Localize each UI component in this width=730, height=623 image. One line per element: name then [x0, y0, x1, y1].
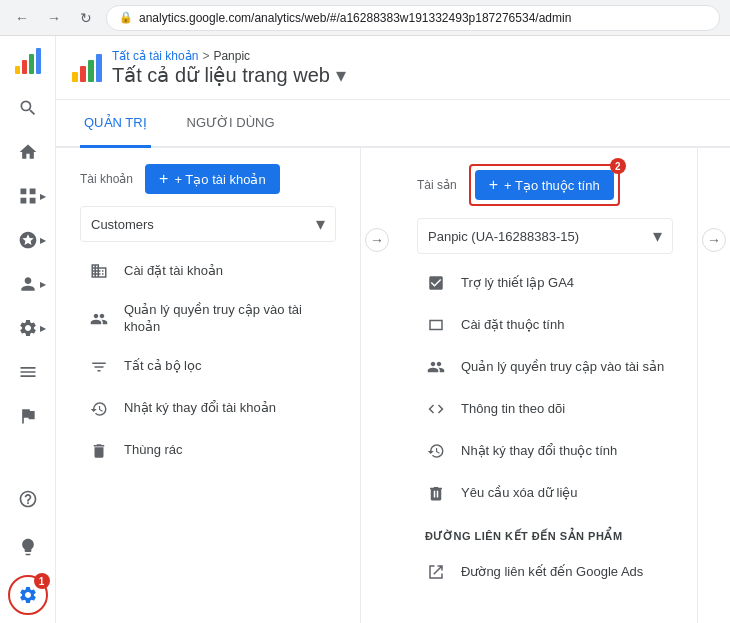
divider-arrow-2: → — [702, 228, 726, 252]
analytics-logo — [12, 44, 44, 76]
property-create-highlighted: + + Tạo thuộc tính 2 — [469, 164, 620, 206]
property-column: Tài sản + + Tạo thuộc tính 2 Panpic (UA-… — [393, 148, 698, 623]
address-bar[interactable]: 🔒 analytics.google.com/analytics/web/#/a… — [106, 5, 720, 31]
account-dropdown-arrow: ▾ — [316, 213, 325, 235]
divider-arrow: → — [365, 228, 389, 252]
tab-users[interactable]: NGƯỜI DÙNG — [183, 100, 279, 148]
gear-badge: 1 — [34, 573, 50, 589]
account-menu-trash[interactable]: Thùng rác — [80, 430, 336, 472]
account-column: Tài khoản + + Tạo tài khoản Customers ▾ — [56, 148, 361, 623]
browser-chrome: ← → ↻ 🔒 analytics.google.com/analytics/w… — [0, 0, 730, 36]
create-account-button[interactable]: + + Tạo tài khoản — [145, 164, 280, 194]
property-changelog-icon — [425, 440, 447, 462]
account-property-divider: → — [361, 148, 393, 623]
account-menu-changelog[interactable]: Nhật ký thay đổi tài khoản — [80, 388, 336, 430]
property-changelog-text: Nhật ký thay đổi thuộc tính — [461, 443, 617, 460]
delete-data-icon — [425, 482, 447, 504]
account-menu-access[interactable]: Quản lý quyền truy cập vào tài khoản — [80, 292, 336, 346]
access-icon — [88, 308, 110, 330]
sidebar-user[interactable]: ▶ — [8, 264, 48, 304]
sidebar-configure[interactable]: ▶ — [8, 308, 48, 348]
app-container: ▶ ▶ ▶ ▶ 1 — [0, 36, 730, 623]
sidebar-reports[interactable]: ▶ — [8, 176, 48, 216]
property-menu-list: Trợ lý thiết lập GA4 Cài đặt thuộc tính … — [417, 262, 673, 514]
account-menu-settings[interactable]: Cài đặt tài khoản — [80, 250, 336, 292]
sidebar-realtime[interactable]: ▶ — [8, 220, 48, 260]
property-view-divider: → — [698, 148, 730, 623]
property-menu-delete[interactable]: Yêu cầu xóa dữ liệu — [417, 472, 673, 514]
changelog-icon — [88, 398, 110, 420]
google-ads-icon — [425, 561, 447, 583]
app-header: Tất cả tài khoản > Panpic Tất cả dữ liệu… — [56, 36, 730, 100]
filter-icon — [88, 356, 110, 378]
property-column-label: Tài sản — [417, 178, 457, 192]
access-text: Quản lý quyền truy cập vào tài khoản — [124, 302, 328, 336]
property-access-icon — [425, 356, 447, 378]
property-menu-ga4[interactable]: Trợ lý thiết lập GA4 — [417, 262, 673, 304]
breadcrumb-separator: > — [202, 49, 209, 63]
forward-button[interactable]: → — [42, 6, 66, 30]
changelog-text: Nhật ký thay đổi tài khoản — [124, 400, 276, 417]
tracking-icon — [425, 398, 447, 420]
property-menu-settings[interactable]: Cài đặt thuộc tính — [417, 304, 673, 346]
sidebar: ▶ ▶ ▶ ▶ 1 — [0, 36, 56, 623]
sidebar-flag[interactable] — [8, 396, 48, 436]
property-access-text: Quản lý quyền truy cập vào tài sản — [461, 359, 664, 376]
sidebar-integrations[interactable] — [8, 352, 48, 392]
tab-admin[interactable]: QUẢN TRỊ — [80, 100, 151, 148]
account-column-label: Tài khoản — [80, 172, 133, 186]
property-dropdown-arrow: ▾ — [653, 225, 662, 247]
header-text-group: Tất cả tài khoản > Panpic Tất cả dữ liệu… — [112, 49, 346, 87]
main-content: Tài khoản + + Tạo tài khoản Customers ▾ — [56, 148, 730, 623]
sidebar-admin-gear[interactable]: 1 — [8, 575, 48, 615]
property-settings-icon — [425, 314, 447, 336]
account-menu-filters[interactable]: Tất cả bộ lọc — [80, 346, 336, 388]
ga4-text: Trợ lý thiết lập GA4 — [461, 275, 574, 292]
url-text: analytics.google.com/analytics/web/#/a16… — [139, 11, 571, 25]
breadcrumb-all-accounts[interactable]: Tất cả tài khoản — [112, 49, 198, 63]
sidebar-home[interactable] — [8, 132, 48, 172]
breadcrumb: Tất cả tài khoản > Panpic — [112, 49, 346, 63]
header-nav: QUẢN TRỊ NGƯỜI DÙNG — [56, 100, 730, 148]
breadcrumb-current: Panpic — [213, 49, 250, 63]
property-dropdown[interactable]: Panpic (UA-16288383-15) ▾ — [417, 218, 673, 254]
lock-icon: 🔒 — [119, 11, 133, 24]
sidebar-search[interactable] — [8, 88, 48, 128]
tracking-text: Thông tin theo dõi — [461, 401, 565, 418]
linked-products-list: Đường liên kết đến Google Ads — [417, 551, 673, 593]
trash-icon — [88, 440, 110, 462]
property-name-text: Tất cả dữ liệu trang web — [112, 63, 330, 87]
refresh-button[interactable]: ↻ — [74, 6, 98, 30]
ga4-icon — [425, 272, 447, 294]
settings-text: Cài đặt tài khoản — [124, 263, 223, 280]
linked-google-ads[interactable]: Đường liên kết đến Google Ads — [417, 551, 673, 593]
property-settings-text: Cài đặt thuộc tính — [461, 317, 564, 334]
back-button[interactable]: ← — [10, 6, 34, 30]
trash-text: Thùng rác — [124, 442, 183, 459]
property-menu-tracking[interactable]: Thông tin theo dõi — [417, 388, 673, 430]
account-dropdown-value: Customers — [91, 217, 154, 232]
logo-bar-3 — [29, 54, 34, 74]
linked-section-heading: ĐƯỜNG LIÊN KẾT ĐẾN SẢN PHẨM — [425, 530, 673, 543]
property-badge: 2 — [610, 158, 626, 174]
sidebar-bottom: 1 — [8, 479, 48, 623]
google-ads-text: Đường liên kết đến Google Ads — [461, 564, 643, 581]
property-column-header: Tài sản + + Tạo thuộc tính 2 — [417, 164, 673, 206]
filters-text: Tất cả bộ lọc — [124, 358, 202, 375]
account-menu-list: Cài đặt tài khoản Quản lý quyền truy cập… — [80, 250, 336, 472]
property-selector[interactable]: Tất cả dữ liệu trang web ▾ — [112, 63, 346, 87]
sidebar-question[interactable] — [8, 479, 48, 519]
property-dropdown-value: Panpic (UA-16288383-15) — [428, 229, 579, 244]
settings-icon — [88, 260, 110, 282]
delete-data-text: Yêu cầu xóa dữ liệu — [461, 485, 578, 502]
content-wrapper: Tất cả tài khoản > Panpic Tất cả dữ liệu… — [56, 36, 730, 623]
property-menu-access[interactable]: Quản lý quyền truy cập vào tài sản — [417, 346, 673, 388]
logo-bar-2 — [22, 60, 27, 74]
account-dropdown[interactable]: Customers ▾ — [80, 206, 336, 242]
sidebar-bulb[interactable] — [8, 527, 48, 567]
create-property-button[interactable]: + + Tạo thuộc tính — [475, 170, 614, 200]
property-menu-changelog[interactable]: Nhật ký thay đổi thuộc tính — [417, 430, 673, 472]
logo-bar-1 — [15, 66, 20, 74]
logo-bar-4 — [36, 48, 41, 74]
property-dropdown-arrow: ▾ — [336, 63, 346, 87]
